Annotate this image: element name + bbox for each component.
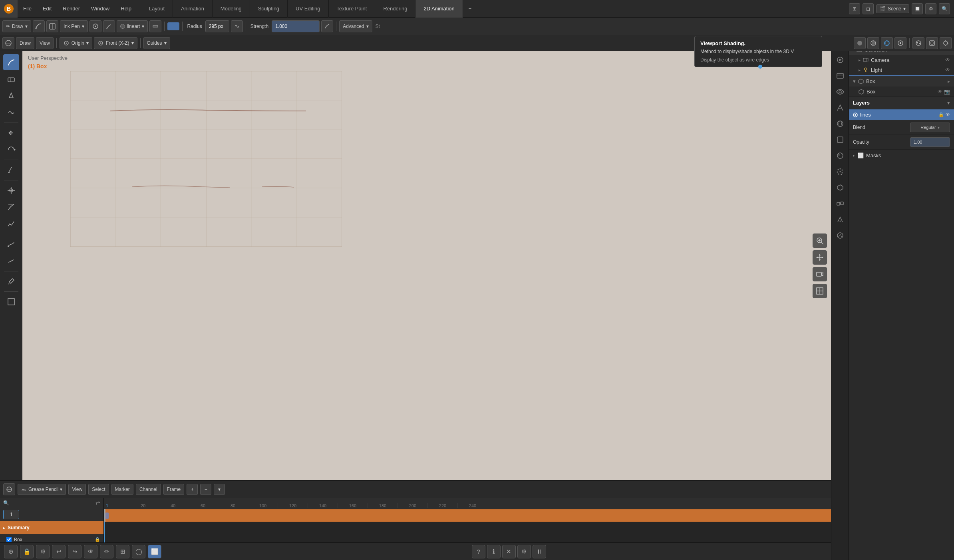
box-track-visible[interactable] xyxy=(6,537,12,542)
preferences-btn[interactable]: ⚙ xyxy=(36,545,50,558)
timeline-sub-btn[interactable]: − xyxy=(200,484,211,495)
box-select-btn[interactable]: ⬜ xyxy=(148,545,161,558)
pan-btn[interactable] xyxy=(813,250,827,265)
tool-rotate[interactable] xyxy=(3,142,19,158)
viewport-mode-btn[interactable]: ⊞ xyxy=(849,3,860,14)
radius-option[interactable] xyxy=(231,20,243,32)
tab-add[interactable]: + xyxy=(463,0,477,18)
strength-slider[interactable]: 1.000 xyxy=(272,20,320,32)
opacity-slider[interactable]: 1.00 xyxy=(910,137,950,147)
rp-icon-object-data[interactable] xyxy=(833,133,847,147)
tool-eraser[interactable] xyxy=(3,71,19,87)
rp-icon-modifier[interactable] xyxy=(833,212,847,227)
undo-btn[interactable]: ↩ xyxy=(52,545,66,558)
info-btn[interactable]: ℹ xyxy=(487,545,501,558)
tool-rect[interactable] xyxy=(3,294,19,310)
layers-header[interactable]: Layers ▾ xyxy=(849,97,954,109)
advanced-btn[interactable]: Advanced ▾ xyxy=(339,20,372,32)
tool-transform[interactable]: ✥ xyxy=(3,125,19,141)
settings-btn-bottom[interactable]: ⚙ xyxy=(517,545,531,558)
camera-object-row[interactable]: ▸ Camera 👁 xyxy=(849,55,954,65)
lineart-option[interactable] xyxy=(149,20,161,32)
strength-option[interactable] xyxy=(321,20,333,32)
timeline-add-btn[interactable]: + xyxy=(187,484,198,495)
pause-btn[interactable]: ⏸ xyxy=(533,545,546,558)
zoom-in-btn[interactable] xyxy=(813,233,827,248)
overlays-btn[interactable] xyxy=(912,37,924,49)
tool-fill[interactable] xyxy=(3,88,19,104)
timeline-select-btn[interactable]: Select xyxy=(88,484,109,495)
timeline-filter-expand[interactable]: ▾ xyxy=(214,484,225,495)
rp-icon-particles[interactable] xyxy=(833,164,847,179)
tab-modeling[interactable]: Modeling xyxy=(213,0,250,18)
layer-item-lines[interactable]: lines 🔒 👁 xyxy=(849,109,954,120)
tool-add-curve[interactable] xyxy=(3,199,19,215)
grid-btn[interactable]: ⊞ xyxy=(116,545,129,558)
rp-icon-view[interactable] xyxy=(833,85,847,99)
menu-window[interactable]: Window xyxy=(85,0,115,18)
masks-section[interactable]: ▸ ⬜ Masks xyxy=(849,150,954,161)
box-camera-icon[interactable]: 📷 xyxy=(944,89,950,95)
mode-selector[interactable]: ✏ Draw ▾ xyxy=(2,20,31,32)
search-btn[interactable]: 🔍 xyxy=(939,3,950,14)
radius-value[interactable]: 295 px xyxy=(205,20,229,32)
tool-stroke[interactable] xyxy=(3,105,19,121)
timeline-editor-type[interactable] xyxy=(3,483,15,495)
light-eye-icon[interactable]: 👁 xyxy=(944,67,951,73)
tool-graph[interactable] xyxy=(3,216,19,232)
timeline-frame-btn[interactable]: Frame xyxy=(163,484,185,495)
box-section-expand-icon[interactable]: ▸ xyxy=(948,79,950,84)
xray-btn[interactable] xyxy=(926,37,938,49)
tool-annotate[interactable] xyxy=(3,162,19,178)
rp-icon-scene-props[interactable] xyxy=(833,101,847,115)
add-workspace-btn[interactable]: ⊕ xyxy=(4,545,18,558)
tab-sculpting[interactable]: Sculpting xyxy=(250,0,288,18)
box-track-lock[interactable]: 🔒 xyxy=(95,537,100,542)
tool-smooth[interactable] xyxy=(3,253,19,269)
timeline-mode-btn[interactable]: Grease Pencil ▾ xyxy=(18,484,66,495)
rp-icon-output[interactable] xyxy=(833,69,847,83)
view-axis-selector[interactable]: Front (X-Z) ▾ xyxy=(94,37,137,49)
settings-btn[interactable]: ⚙ xyxy=(925,3,936,14)
scene-selector[interactable]: 🎬 Scene ▾ xyxy=(876,4,909,13)
timeline-view-btn[interactable]: View xyxy=(68,484,86,495)
blend-selector[interactable]: Regular ▾ xyxy=(910,123,950,132)
timeline-search-swap-icon[interactable]: ⇄ xyxy=(95,500,100,506)
brush-name-selector[interactable]: Ink Pen ▾ xyxy=(60,20,88,32)
object-mode-btn[interactable]: ◻ xyxy=(863,3,874,14)
rp-icon-physics[interactable] xyxy=(833,180,847,195)
tab-uv-editing[interactable]: UV Editing xyxy=(288,0,328,18)
main-viewport[interactable]: User Perspective (1) Box xyxy=(22,51,831,480)
shading-rendered[interactable] xyxy=(894,37,906,49)
snap-btn[interactable] xyxy=(940,37,952,49)
stroke-fill-indicator[interactable] xyxy=(167,22,179,30)
shading-solid[interactable] xyxy=(854,37,866,49)
rp-icon-gp-strokes[interactable] xyxy=(833,228,847,243)
redo-btn[interactable]: ↪ xyxy=(68,545,81,558)
tool-add-point[interactable] xyxy=(3,182,19,198)
origin-selector[interactable]: Origin ▾ xyxy=(60,37,92,49)
tool-draw[interactable] xyxy=(3,54,19,70)
lasso-btn[interactable]: ◯ xyxy=(132,545,145,558)
draw-btn-bottom[interactable]: ✏ xyxy=(100,545,113,558)
menu-file[interactable]: File xyxy=(18,0,37,18)
timeline-channel-btn[interactable]: Channel xyxy=(136,484,161,495)
help-btn[interactable]: ? xyxy=(472,545,485,558)
stop-btn[interactable]: ✕ xyxy=(502,545,516,558)
lock-btn[interactable]: 🔒 xyxy=(20,545,34,558)
shading-material[interactable] xyxy=(867,37,879,49)
camera-view-btn[interactable] xyxy=(813,267,827,281)
timeline-marker-btn[interactable]: Marker xyxy=(111,484,133,495)
rp-icon-constraints[interactable] xyxy=(833,196,847,211)
tab-2d-animation[interactable]: 2D Animation xyxy=(415,0,463,18)
layer-hide-icon[interactable]: 👁 xyxy=(946,112,950,117)
layer-lock-icon[interactable]: 🔒 xyxy=(938,112,944,117)
brush-option-1[interactable] xyxy=(89,20,101,32)
tab-animation[interactable]: Animation xyxy=(173,0,213,18)
draw-btn[interactable]: Draw xyxy=(16,37,34,49)
rp-icon-render[interactable] xyxy=(833,53,847,67)
menu-help[interactable]: Help xyxy=(115,0,137,18)
editor-type-btn[interactable] xyxy=(2,37,14,49)
light-object-row[interactable]: ▸ Light 👁 xyxy=(849,65,954,75)
eye-btn[interactable]: 👁 xyxy=(84,545,97,558)
